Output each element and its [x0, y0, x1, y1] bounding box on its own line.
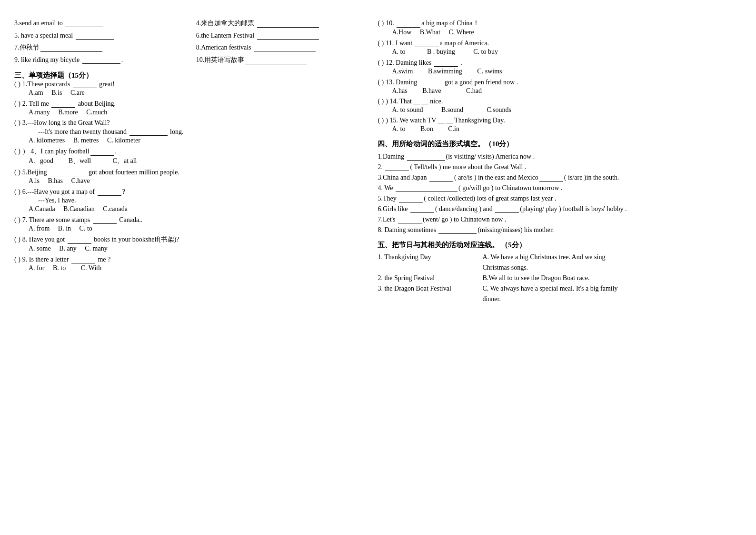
mc-section-header: 三、单项选择题（15分）: [14, 71, 363, 80]
mc-q13-question: ( ) 13. Daming got a good pen friend now…: [378, 78, 742, 86]
q9-opt-c: C. With: [81, 264, 102, 272]
q6-answer-text: ---Yes, I have.: [38, 197, 76, 204]
match-left-3: 3. the Dragon Boat Festival: [378, 285, 482, 293]
blank-q13[interactable]: [420, 78, 444, 86]
blank-7[interactable]: [40, 44, 102, 52]
q5-opt-a: A.is: [29, 177, 46, 184]
mc-q3: ( ) 3.---How long is the Great Wall? ---…: [14, 119, 363, 144]
mc-q13: ( ) 13. Daming got a good pen friend now…: [378, 78, 742, 95]
fill-num-5: 5. have a special meal: [14, 32, 73, 39]
q8-text: 8. Have you got books in your bookshelf(…: [22, 235, 179, 244]
verb-blank-q6b[interactable]: [495, 205, 519, 213]
blank-6[interactable]: [257, 31, 319, 40]
blank-10[interactable]: [245, 56, 307, 64]
blank-q5[interactable]: [50, 168, 88, 176]
mc-q15: ( ) ) 15. We watch TV __ __ Thanksgiving…: [378, 117, 742, 133]
blank-9[interactable]: [82, 56, 120, 64]
match-right-3: C. We always have a special meal. It's a…: [482, 285, 742, 293]
blank-q3[interactable]: [129, 128, 168, 136]
paren-13: ( ): [378, 79, 384, 86]
paren-7: ( ): [14, 216, 20, 224]
q13-options: A.has B.have C.had: [392, 87, 742, 95]
q3-opt-a: A. kilometres: [29, 137, 71, 144]
match-row-1: 1. Thankgiving Day A. We have a big Chri…: [378, 253, 742, 261]
paren-12: ( ): [378, 59, 384, 67]
blank-3[interactable]: [65, 19, 103, 27]
match-row-3: 3. the Dragon Boat Festival C. We always…: [378, 285, 742, 293]
match-row-2: 2. the Spring Festival B.We all to to se…: [378, 274, 742, 282]
blank-q12[interactable]: [434, 59, 458, 67]
mc-q8-question: ( ) 8. Have you got books in your booksh…: [14, 235, 363, 244]
q3-opt-c: C. kilometer: [107, 137, 140, 144]
q1-options: A.am B.is C.are: [29, 89, 363, 97]
q8-opt-c: C. many: [85, 245, 107, 252]
fill-item-3: 3.send an email to: [14, 19, 182, 27]
q11-opt-c: C. to buy: [473, 48, 498, 55]
verb-q2: 2. ( Tell/tells ) me more about the Grea…: [378, 163, 742, 171]
blank-q1[interactable]: [73, 80, 97, 88]
q2-text: 2. Tell me about Beijing.: [22, 100, 116, 108]
verb-q1: 1.Daming (is visiting/ visits) America n…: [378, 152, 742, 161]
verb-q4: 4. We ( go/will go ) to Chinatown tomorr…: [378, 184, 742, 192]
verb-q7-text: 7.Let's (went/ go ) to Chinatown now .: [378, 216, 506, 223]
mc-q6-question: ( ) 6.---Have you got a map of ?: [14, 188, 363, 196]
verb-blank-q2[interactable]: [385, 163, 409, 171]
q14-opt-a: A. to sound: [392, 106, 439, 113]
q15-text: ) 15. We watch TV __ __ Thanksgiving Day…: [386, 117, 505, 124]
mc-q10: ( ) 10. a big map of China！ A.How B.What…: [378, 19, 742, 36]
verb-q4-text: 4. We ( go/will go ) to Chinatown tomorr…: [378, 184, 562, 192]
verb-q6: 6.Girls like ( dance/dancing ) and (play…: [378, 205, 742, 213]
verb-blank-q7[interactable]: [398, 215, 422, 223]
blank-q9[interactable]: [71, 255, 95, 263]
verb-blank-q6a[interactable]: [410, 205, 434, 213]
q9-opt-a: A. for: [29, 264, 51, 272]
mc-q10-question: ( ) 10. a big map of China！: [378, 19, 742, 28]
blank-q4[interactable]: [90, 148, 114, 156]
blank-q7[interactable]: [93, 216, 117, 224]
verb-blank-q4[interactable]: [396, 184, 458, 192]
mc-q14: ( ) ) 14. That __ __ nice. A. to sound B…: [378, 98, 742, 114]
mc-q4: ( ) ） 4、I can play football . A、good B、w…: [14, 147, 363, 165]
mc-q7-question: ( ) 7. There are some stamps Canada..: [14, 216, 363, 224]
blank-q2[interactable]: [51, 100, 75, 108]
blank-q8[interactable]: [68, 236, 91, 244]
verb-q5: 5.They ( collect /collected) lots of gre…: [378, 194, 742, 202]
paren-2: ( ): [14, 100, 20, 108]
q15-options: A. to B.on C.in: [392, 125, 742, 133]
verb-header: 四、用所给动词的适当形式填空。（10分）: [378, 140, 742, 149]
blank-8[interactable]: [254, 43, 316, 51]
mc-q9: ( ) 9. Is there a letter me ? A. for B. …: [14, 255, 363, 272]
blank-5[interactable]: [76, 31, 114, 40]
verb-blank-q1[interactable]: [407, 152, 445, 161]
mc-q1: ( ) 1.These postcards great! A.am B.is C…: [14, 80, 363, 97]
q2-opt-b: B.more: [58, 109, 85, 116]
q9-opt-b: B. to: [53, 264, 79, 272]
paren-10: ( ): [378, 20, 384, 27]
verb-q1-text: 1.Daming (is visiting/ visits) America n…: [378, 153, 535, 160]
match-header: 五、把节日与其相关的活动对应连线。 （5分）: [378, 241, 742, 250]
q6-options: A.Canada B.Canadian C.canada: [29, 205, 363, 213]
verb-blank-q3a[interactable]: [429, 173, 453, 182]
verb-q7: 7.Let's (went/ go ) to Chinatown now .: [378, 215, 742, 223]
verb-blank-q3b[interactable]: [539, 173, 563, 182]
q4-options: A、good B、well C、at all: [29, 157, 363, 165]
q7-opt-c: C. to: [80, 225, 92, 232]
paren-9: ( ): [14, 256, 20, 263]
blank-q11[interactable]: [415, 39, 439, 47]
q6-opt-a: A.Canada: [29, 205, 62, 212]
mc-q7: ( ) 7. There are some stamps Canada.. A.…: [14, 216, 363, 232]
verb-blank-q8[interactable]: [438, 226, 477, 234]
fill-item-4: 4.来自加拿大的邮票: [196, 19, 364, 28]
verb-blank-q5[interactable]: [399, 194, 423, 202]
q2-opt-a: A.many: [29, 109, 57, 116]
blank-q10[interactable]: [397, 20, 420, 28]
q4-opt-a: A、good: [29, 157, 67, 164]
blank-4[interactable]: [257, 20, 319, 28]
mc-q14-question: ( ) ) 14. That __ __ nice.: [378, 98, 742, 105]
blank-q6[interactable]: [98, 188, 121, 196]
q7-options: A. from B. in C. to: [29, 225, 363, 232]
right-column: ( ) 10. a big map of China！ A.How B.What…: [378, 19, 742, 306]
match-right-1-cont: Christmas songs.: [482, 264, 742, 272]
fill-item-8: 8.American festivals: [196, 43, 364, 51]
q6-answer: ---Yes, I have.: [38, 197, 363, 204]
